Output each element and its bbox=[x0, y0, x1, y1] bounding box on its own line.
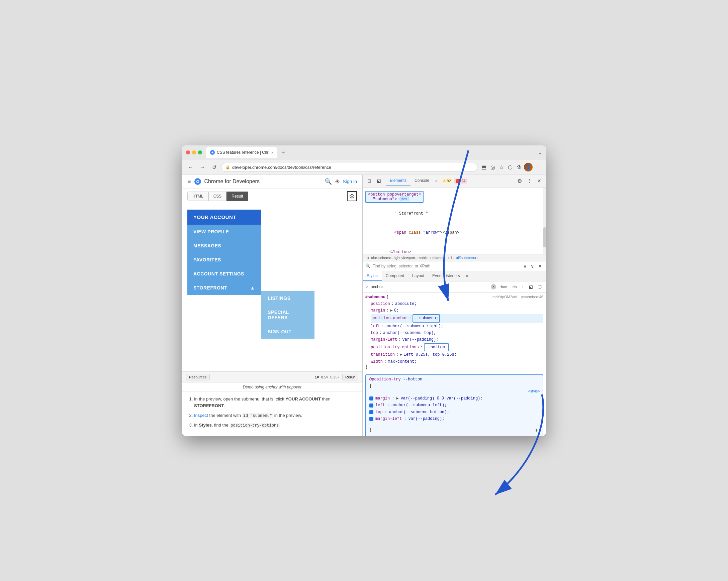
signin-button[interactable]: Sign in bbox=[343, 179, 357, 184]
tab-html[interactable]: HTML bbox=[187, 192, 208, 201]
search-down[interactable]: ∨ bbox=[529, 263, 535, 270]
add-property-button[interactable]: + bbox=[534, 426, 539, 435]
highlighted-element[interactable]: <button popovertarget= "submenu"> flex bbox=[365, 191, 423, 203]
browser-tab[interactable]: CSS features reference | Chr × bbox=[206, 147, 277, 158]
hover-state-btn[interactable]: :hov bbox=[498, 284, 509, 290]
settings-button[interactable]: ⚙ bbox=[515, 176, 524, 186]
url-bar[interactable]: 🔒 developer.chrome.com/docs/devtools/css… bbox=[221, 163, 477, 172]
maximize-button[interactable] bbox=[198, 150, 202, 155]
rerun-button[interactable]: Rerun bbox=[342, 374, 358, 381]
bc-ul-menu[interactable]: ul#menu bbox=[432, 256, 446, 260]
theme-button[interactable]: ☀ bbox=[335, 178, 340, 185]
search-close[interactable]: ✕ bbox=[537, 263, 543, 270]
url-text: developer.chrome.com/docs/devtools/css/r… bbox=[232, 165, 331, 170]
tab-elements[interactable]: Elements bbox=[386, 175, 411, 186]
zoom-0-25x[interactable]: 0.25× bbox=[330, 375, 340, 379]
warning-count: 92 bbox=[447, 179, 451, 183]
bc-ul-submenu[interactable]: ul#submenu bbox=[456, 256, 476, 260]
search-up[interactable]: ∧ bbox=[522, 263, 528, 270]
browser-window: CSS features reference | Chr × + ⌄ ← → ↺… bbox=[182, 145, 546, 436]
zoom-1x[interactable]: 1× bbox=[315, 375, 319, 379]
nav-items: VIEW PROFILE MESSAGES FAVORITES ACCOUNT … bbox=[187, 225, 261, 295]
preview-area: YOUR ACCOUNT VIEW PROFILE MESSAGES FAVOR… bbox=[182, 204, 362, 371]
instruction-2: Inspect the element with id="submenu" in… bbox=[194, 412, 357, 419]
pt-source-link[interactable]: <style> bbox=[528, 389, 540, 393]
tab-computed[interactable]: Computed bbox=[382, 271, 408, 281]
breadcrumb-back[interactable]: ◄ bbox=[366, 256, 370, 260]
codepen-logo bbox=[349, 194, 355, 199]
scroll-thumb[interactable] bbox=[543, 227, 546, 247]
inspect-link[interactable]: Inspect bbox=[194, 413, 208, 418]
svg-point-4 bbox=[197, 181, 199, 182]
computed-btn[interactable]: ⬕ bbox=[527, 283, 535, 290]
star-button[interactable]: ☆ bbox=[498, 163, 505, 172]
extension-button[interactable]: ⬡ bbox=[506, 163, 514, 172]
tab-styles-more[interactable]: » bbox=[464, 271, 470, 281]
tab-close-button[interactable]: × bbox=[271, 150, 273, 155]
tab-layout[interactable]: Layout bbox=[408, 271, 428, 281]
filter-clear[interactable]: ✕ bbox=[491, 284, 496, 289]
close-devtools-button[interactable]: ✕ bbox=[535, 177, 543, 185]
cast-button[interactable]: ⬒ bbox=[480, 163, 488, 172]
browser-content: ≡ Chrome for Developers 🔍 ☀ Sign in HTML… bbox=[182, 175, 363, 436]
tab-styles[interactable]: Styles bbox=[363, 271, 382, 281]
tab-css[interactable]: CSS bbox=[208, 192, 227, 201]
submenu-listings[interactable]: LISTINGS bbox=[261, 291, 314, 305]
checkbox-2[interactable] bbox=[369, 404, 373, 408]
submenu-sign-out[interactable]: SIGN OUT bbox=[261, 325, 314, 339]
search-input[interactable] bbox=[372, 264, 520, 269]
checkbox-4[interactable] bbox=[369, 417, 373, 421]
close-button[interactable] bbox=[186, 150, 190, 155]
checkbox-1[interactable] bbox=[369, 396, 373, 400]
search-button[interactable]: 🔍 bbox=[324, 178, 332, 185]
zoom-0-5x[interactable]: 0.5× bbox=[321, 375, 328, 379]
filter-input[interactable] bbox=[371, 284, 489, 289]
position-try-value[interactable]: --bottom; bbox=[424, 343, 449, 351]
storefront-label: STOREFRONT bbox=[194, 403, 224, 408]
nav-item-messages[interactable]: MESSAGES bbox=[187, 239, 261, 253]
submenu-special-offers[interactable]: SPECIAL OFFERS bbox=[261, 305, 314, 325]
nav-item-storefront[interactable]: STOREFRONT ▲ bbox=[187, 281, 261, 295]
bc-li[interactable]: li bbox=[450, 256, 452, 260]
new-tab-button[interactable]: + bbox=[279, 149, 288, 156]
menu-button[interactable]: ⋮ bbox=[534, 163, 542, 172]
reload-button[interactable]: ↺ bbox=[210, 163, 218, 172]
toggle-btn[interactable]: ⬡ bbox=[536, 283, 543, 290]
tab-event-listeners[interactable]: Event Listeners bbox=[428, 271, 464, 281]
tab-console[interactable]: Console bbox=[411, 175, 433, 186]
minimize-button[interactable] bbox=[192, 150, 196, 155]
forward-button[interactable]: → bbox=[198, 163, 207, 171]
position-try-code: position-try-options bbox=[230, 423, 280, 428]
codepen-icon[interactable] bbox=[347, 191, 357, 201]
flask-button[interactable]: ⚗ bbox=[515, 163, 523, 172]
tab-menu-button[interactable]: ⌄ bbox=[538, 149, 542, 156]
tab-more[interactable]: » bbox=[433, 175, 440, 186]
account-header[interactable]: YOUR ACCOUNT bbox=[187, 210, 261, 225]
hamburger-menu[interactable]: ≡ bbox=[187, 178, 191, 185]
pt-row-4: margin-left : var(--padding); bbox=[369, 416, 539, 422]
account-nav: YOUR ACCOUNT VIEW PROFILE MESSAGES FAVOR… bbox=[187, 210, 261, 295]
profile-avatar[interactable]: 👤 bbox=[524, 163, 532, 171]
more-options-button[interactable]: ⋮ bbox=[525, 177, 534, 185]
rule-selector[interactable]: #submenu { bbox=[365, 295, 388, 299]
bc-color-scheme[interactable]: olor-scheme--light.viewport--mobile bbox=[371, 256, 428, 260]
scrollbar[interactable] bbox=[543, 188, 546, 254]
nav-item-account-settings[interactable]: ACCOUNT SETTINGS bbox=[187, 267, 261, 281]
resources-button[interactable]: Resources bbox=[186, 374, 210, 381]
add-rule-btn[interactable]: + bbox=[520, 284, 526, 290]
device-toolbar-button[interactable]: ⬕ bbox=[375, 177, 383, 185]
eye-button[interactable]: ◎ bbox=[489, 163, 496, 172]
warning-icon: ⚠ bbox=[443, 179, 446, 183]
tab-result[interactable]: Result bbox=[227, 192, 248, 201]
position-anchor-value[interactable]: --submenu; bbox=[413, 314, 440, 322]
cls-btn[interactable]: .cls bbox=[510, 284, 519, 290]
nav-item-favorites[interactable]: FAVORITES bbox=[187, 253, 261, 267]
back-button[interactable]: ← bbox=[186, 163, 196, 171]
search-bar: 🔍 ∧ ∨ ✕ bbox=[363, 261, 546, 271]
inspect-element-button[interactable]: ⊡ bbox=[365, 177, 373, 185]
checkbox-3[interactable] bbox=[369, 410, 373, 414]
instruction-1: In the preview, open the submenu, that i… bbox=[194, 396, 357, 410]
chrome-logo-icon bbox=[194, 177, 202, 186]
rule-source[interactable]: mdYdpOM?ani…pe=embed:46 bbox=[492, 295, 543, 299]
nav-item-view-profile[interactable]: VIEW PROFILE bbox=[187, 225, 261, 239]
